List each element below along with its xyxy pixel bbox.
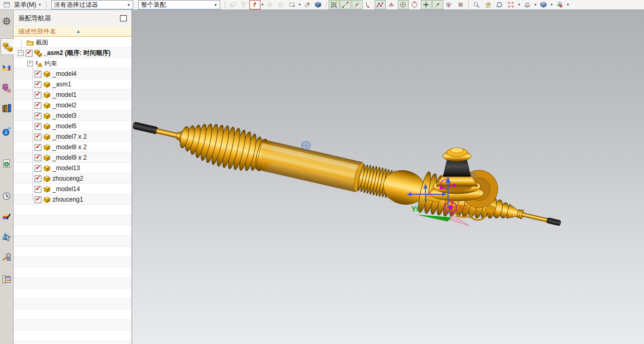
component-checkbox[interactable]: ✔	[35, 186, 41, 193]
endpoint-icon[interactable]	[340, 0, 351, 9]
resource-tab-reuse-library-icon[interactable]	[1, 100, 13, 116]
tree-item-label[interactable]: _model9 x 2	[52, 154, 86, 161]
tree-item-label[interactable]: 约束	[45, 59, 57, 68]
tree-item-zhouceng2[interactable]: ✔zhouceng2	[14, 173, 132, 184]
viewport-3d[interactable]: YC XC	[132, 10, 644, 344]
chevron-down-icon[interactable]: ▼	[261, 3, 264, 6]
left-bellows-boot[interactable]	[176, 116, 264, 174]
filter-funnel-icon[interactable]	[238, 0, 249, 9]
grid-point-icon[interactable]	[455, 0, 466, 9]
tree-item-_model5[interactable]: ✔_model5	[14, 121, 132, 131]
chevron-down-icon[interactable]: ▼	[534, 3, 537, 6]
tree-item-label[interactable]: _model7 x 2	[52, 133, 86, 140]
component-checkbox[interactable]: ✔	[35, 102, 41, 109]
component-checkbox[interactable]: ✔	[35, 92, 41, 98]
pan-icon[interactable]	[483, 0, 494, 9]
right-tie-rod[interactable]	[521, 213, 550, 223]
tree-item-label[interactable]: _model1	[52, 91, 77, 98]
snap-point-icon[interactable]	[329, 0, 340, 9]
render-style-icon[interactable]	[554, 0, 565, 9]
component-checkbox[interactable]: ✔	[35, 134, 41, 140]
chevron-down-icon[interactable]: ▼	[298, 3, 301, 6]
resource-tab-constraint-navigator-icon[interactable]	[1, 59, 13, 75]
tree-item-label[interactable]: 截面	[36, 38, 48, 47]
resource-tab-part-navigator-icon[interactable]	[1, 80, 13, 95]
tree-item-_model4[interactable]: ✔_model4	[14, 69, 132, 79]
tree-item-label[interactable]: _asm1	[52, 81, 71, 88]
chevron-down-icon[interactable]: ▼	[566, 3, 570, 6]
tree-item-_model2[interactable]: ✔_model2	[14, 100, 132, 110]
tree-item-label[interactable]: _model14	[52, 185, 80, 193]
menu-button[interactable]: 菜单(M) ▼	[12, 1, 44, 9]
left-tie-rod[interactable]	[156, 128, 178, 138]
component-checkbox[interactable]: ✔	[35, 81, 41, 88]
tree-item-label[interactable]: zhouceng2	[52, 175, 83, 182]
arc-point-icon[interactable]	[363, 0, 374, 9]
tree-item-_model7-x-2[interactable]: ✔_model7 x 2	[14, 131, 132, 142]
tree-item-_model1[interactable]: ✔_model1	[14, 90, 132, 100]
component-checkbox[interactable]: ✔	[35, 113, 41, 119]
steering-rack-model[interactable]: YC XC	[132, 105, 565, 244]
eraser-icon[interactable]	[302, 0, 313, 9]
tree-item-_asm2-(顺序:-时间顺序)[interactable]: −✔_asm2 (顺序: 时间顺序)	[14, 48, 132, 58]
tree-item-截面[interactable]: 截面	[14, 37, 132, 48]
component-checkbox[interactable]: ✔	[35, 196, 41, 203]
resource-tab-web-page-icon[interactable]	[1, 156, 13, 171]
capture-icon[interactable]	[276, 0, 287, 9]
move-target-icon[interactable]	[265, 0, 276, 9]
marquee-select-icon[interactable]	[287, 0, 298, 9]
tree-item-label[interactable]: _model3	[52, 112, 77, 119]
left-tie-rod-end[interactable]	[133, 122, 158, 134]
quadrant-point-icon[interactable]	[409, 0, 420, 9]
float-panel-button[interactable]	[120, 15, 127, 21]
sheet-icon[interactable]	[1, 0, 12, 9]
resource-tab-assembly-navigator-icon[interactable]	[1, 38, 14, 55]
pole-point-icon[interactable]	[386, 0, 397, 9]
snap-filter-icon[interactable]	[249, 0, 260, 9]
component-checkbox[interactable]: ✔	[35, 144, 41, 151]
tree-item-_model14[interactable]: ✔_model14	[14, 184, 132, 194]
chevron-down-icon[interactable]: ▼	[550, 3, 553, 6]
fit-view-icon[interactable]	[506, 0, 517, 9]
tree-item-label[interactable]: _model8 x 2	[52, 143, 86, 151]
resource-tab-history-icon[interactable]	[1, 188, 13, 204]
tree-item-_model13[interactable]: ✔_model13	[14, 163, 132, 173]
graphics-window[interactable]: YC XC	[132, 10, 644, 344]
tree-item-_asm1[interactable]: ✔_asm1	[14, 79, 132, 90]
tree-item-label[interactable]: _model13	[52, 164, 80, 172]
point-on-face-icon[interactable]	[444, 0, 455, 9]
tree-item-约束[interactable]: +约束	[14, 58, 132, 69]
resource-tab-palette-icon[interactable]	[1, 208, 13, 224]
chevron-down-icon[interactable]: ▼	[518, 3, 521, 6]
intersection-point-icon[interactable]	[421, 0, 432, 9]
resource-tab-pointer-tool-icon[interactable]	[1, 228, 13, 244]
show-component-icon[interactable]	[227, 0, 238, 9]
tree-item-_model8-x-2[interactable]: ✔_model8 x 2	[14, 142, 132, 152]
center-point-icon[interactable]	[398, 0, 409, 9]
tree-item-label[interactable]: _asm2 (顺序: 时间顺序)	[43, 49, 111, 58]
resource-tab-internet-explorer-icon[interactable]: i	[1, 124, 13, 139]
resource-tab-gallery-door-icon[interactable]	[1, 271, 13, 287]
component-checkbox[interactable]: ✔	[35, 175, 41, 182]
resource-tab-roles-gear-icon[interactable]	[1, 13, 13, 29]
component-checkbox[interactable]: ✔	[35, 71, 41, 77]
component-checkbox[interactable]: ✔	[35, 154, 41, 161]
right-tie-rod-end[interactable]	[547, 218, 561, 226]
tree-item-zhouceng1[interactable]: ✔zhouceng1	[14, 194, 132, 205]
component-checkbox[interactable]: ✔	[35, 123, 41, 130]
tree-item-label[interactable]: _model5	[52, 123, 77, 130]
point-on-curve-icon[interactable]	[432, 0, 443, 9]
tree-item-label[interactable]: _model4	[52, 70, 77, 77]
selection-filter-select[interactable]: 没有选择过滤器 ▼	[51, 0, 133, 9]
component-checkbox[interactable]: ✔	[35, 165, 41, 172]
shaded-view-icon[interactable]	[538, 0, 549, 9]
tree-item-label[interactable]: _model2	[52, 102, 77, 109]
perspective-icon[interactable]	[522, 0, 533, 9]
work-part-icon[interactable]	[313, 0, 324, 9]
tree-item-_model3[interactable]: ✔_model3	[14, 110, 132, 121]
midpoint-icon[interactable]	[352, 0, 363, 9]
tree-item-_model9-x-2[interactable]: ✔_model9 x 2	[14, 152, 132, 163]
spline-point-icon[interactable]	[375, 0, 386, 9]
sort-ascending-icon[interactable]: ▲	[76, 29, 81, 34]
resource-tab-customize-tools-icon[interactable]	[1, 249, 13, 265]
